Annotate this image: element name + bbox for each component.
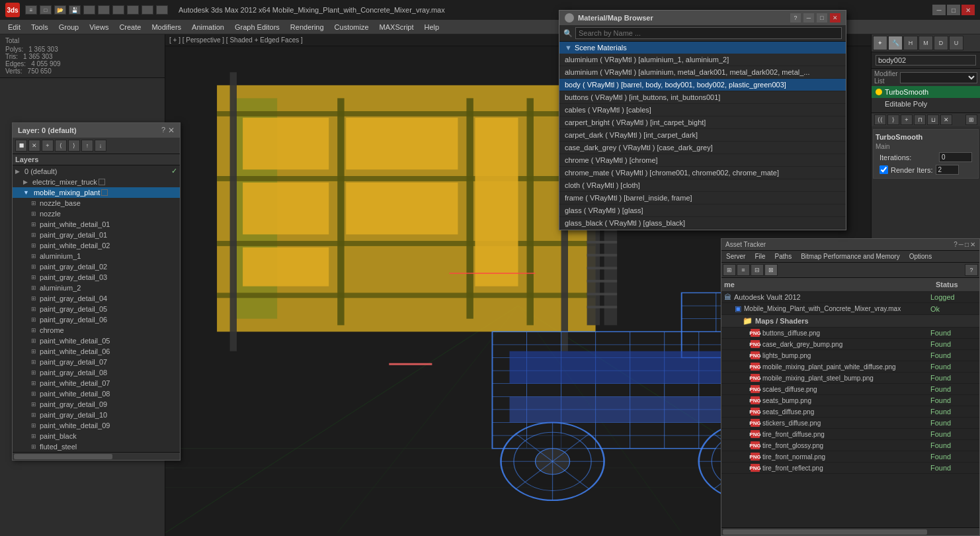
asset-row-png8[interactable]: PNG seats_diffuse.png Found (721, 406, 979, 418)
menu-modifiers[interactable]: Modifiers (146, 22, 186, 32)
layer-tool-4[interactable]: ⟨ (55, 140, 67, 152)
layer-tool-6[interactable]: ↑ (81, 140, 93, 152)
layer-item-pgd02[interactable]: ⊞ paint_gray_detail_02 (13, 261, 180, 272)
asset-menu-bitmap[interactable]: Bitmap Performance and Memory (797, 251, 904, 261)
render-iters-input[interactable] (936, 165, 959, 175)
asset-row-png12[interactable]: PNG tire_front_normal.png Found (721, 451, 979, 463)
menu-rendering[interactable]: Rendering (285, 22, 329, 32)
layer-item-pwd08[interactable]: ⊞ paint_white_detail_08 (13, 388, 180, 399)
tb2[interactable] (127, 5, 139, 15)
mod-nav-4[interactable]: ⊓ (914, 114, 926, 125)
display-tab[interactable]: D (934, 36, 948, 50)
asset-row-png5[interactable]: PNG mobile_mixing_plant_steel_bump.png F… (721, 373, 979, 384)
layer-tool-5[interactable]: ⟩ (68, 140, 80, 152)
layer-dialog-header[interactable]: Layer: 0 (default) ? ✕ (13, 123, 180, 138)
layer-tool-close[interactable]: ✕ (28, 140, 40, 152)
asset-row-png4[interactable]: PNG mobile_mixing_plant_paint_white_diff… (721, 361, 979, 373)
tb1[interactable] (112, 5, 124, 15)
mat-frame[interactable]: frame ( VRayMtl ) [barrel_inside, frame] (559, 192, 846, 204)
layer-item-pwd07[interactable]: ⊞ paint_white_detail_07 (13, 378, 180, 388)
asset-row-png10[interactable]: PNG tire_front_diffuse.png Found (721, 429, 979, 440)
mat-aluminium2[interactable]: aluminium ( VRayMtl ) [aluminium, metal_… (559, 66, 846, 79)
layer-tool-7[interactable]: ↓ (95, 140, 106, 152)
asset-menu-options[interactable]: Options (905, 251, 936, 261)
menu-edit[interactable]: Edit (3, 22, 26, 32)
render-iters-checkbox[interactable] (879, 165, 888, 174)
layer-item-pwd02[interactable]: ⊞ paint_white_detail_02 (13, 240, 180, 251)
layer-item-mobile[interactable]: ▼ mobile_mixing_plant (13, 187, 180, 198)
maximize-button[interactable]: □ (947, 5, 960, 15)
menu-animation[interactable]: Animation (186, 22, 229, 32)
layer-item-pwd09[interactable]: ⊞ paint_white_detail_09 (13, 420, 180, 431)
layer-item-pgd04[interactable]: ⊞ paint_gray_detail_04 (13, 293, 180, 304)
layers-scrollbar[interactable] (13, 452, 180, 460)
layer-item-nozzle[interactable]: ⊞ nozzle (13, 208, 180, 219)
modifier-editable-poly[interactable]: Editable Poly (872, 98, 980, 110)
layer-item-al1[interactable]: ⊞ aluminium_1 (13, 251, 180, 261)
mat-glass[interactable]: glass ( VRayMtl ) [glass] (559, 204, 846, 217)
object-name-input[interactable] (876, 55, 976, 66)
redo-icon[interactable] (98, 5, 110, 15)
asset-row-png13[interactable]: PNG tire_front_reflect.png Found (721, 463, 979, 474)
tb3[interactable] (142, 5, 153, 15)
utilities-tab[interactable]: U (949, 36, 963, 50)
save-icon[interactable]: 💾 (69, 5, 81, 15)
modifier-turbosmooth[interactable]: TurboSmooth (872, 86, 980, 98)
mat-buttons[interactable]: buttons ( VRayMtl ) [int_buttons, int_bu… (559, 91, 846, 104)
menu-icon[interactable]: ≡ (25, 5, 37, 15)
mat-body[interactable]: body ( VRayMtl ) [barrel, body, body001,… (559, 79, 846, 91)
asset-menu-server[interactable]: Server (722, 251, 749, 261)
layer-dialog-help[interactable]: ? (161, 126, 165, 135)
modify-tab[interactable]: 🔧 (888, 36, 903, 50)
mat-help-btn[interactable]: ? (790, 13, 801, 22)
asset-row-maxfile[interactable]: ▣ Mobile_Mixing_Plant_with_Concrete_Mixe… (721, 303, 979, 315)
menu-graph-editors[interactable]: Graph Editors (229, 22, 285, 32)
mat-carpet-dark[interactable]: carpet_dark ( VRayMtl ) [int_carpet_dark… (559, 129, 846, 142)
asset-row-png2[interactable]: PNG case_dark_grey_bump.png Found (721, 339, 979, 350)
layer-item-default[interactable]: ▶ 0 (default) ✓ (13, 165, 180, 177)
layer-item-pgd09[interactable]: ⊞ paint_gray_detail_09 (13, 399, 180, 410)
turbsmooth-header[interactable]: TurboSmooth (876, 132, 976, 142)
asset-row-png3[interactable]: PNG lights_bump.png Found (721, 350, 979, 361)
asset-row-png6[interactable]: PNG scales_diffuse.png Found (721, 384, 979, 395)
menu-views[interactable]: Views (84, 22, 114, 32)
undo-icon[interactable] (83, 5, 95, 15)
asset-tool-2[interactable]: ≡ (737, 264, 750, 276)
layer-item-pgd10[interactable]: ⊞ paint_gray_detail_10 (13, 410, 180, 420)
asset-row-vault[interactable]: 🏛 Autodesk Vault 2012 Logged (721, 292, 979, 303)
asset-row-folder[interactable]: 📁 Maps / Shaders (721, 315, 979, 328)
asset-row-png9[interactable]: PNG stickers_diffuse.png Found (721, 418, 979, 429)
layer-item-pwd05[interactable]: ⊞ paint_white_detail_05 (13, 335, 180, 346)
hierarchy-tab[interactable]: H (903, 36, 918, 50)
mat-chrome[interactable]: chrome ( VRayMtl ) [chrome] (559, 154, 846, 167)
layer-item-nozzle-base[interactable]: ⊞ nozzle_base (13, 198, 180, 208)
create-tab[interactable]: ✦ (873, 36, 887, 50)
asset-row-png7[interactable]: PNG seats_bump.png Found (721, 395, 979, 406)
mat-case-dark[interactable]: case_dark_grey ( VRayMtl ) [case_dark_gr… (559, 142, 846, 154)
close-button[interactable]: ✕ (961, 5, 975, 15)
modifier-object-name[interactable] (872, 52, 980, 69)
material-list[interactable]: aluminium ( VRayMtl ) [aluminium_1, alum… (559, 54, 846, 230)
mat-chrome-mate[interactable]: chrome_mate ( VRayMtl ) [chrome001, chro… (559, 167, 846, 179)
layer-item-pwd06[interactable]: ⊞ paint_white_detail_06 (13, 346, 180, 357)
asset-minimize-btn[interactable]: ─ (959, 241, 963, 248)
new-icon[interactable]: □ (40, 5, 52, 15)
asset-content[interactable]: 🏛 Autodesk Vault 2012 Logged ▣ Mobile_Mi… (721, 292, 979, 527)
mod-nav-3[interactable]: + (901, 114, 913, 125)
asset-close-btn[interactable]: ✕ (970, 241, 975, 248)
layer-dialog-close[interactable]: ✕ (168, 126, 175, 135)
asset-maximize-btn[interactable]: □ (965, 241, 969, 248)
mod-nav-5[interactable]: ⊔ (927, 114, 939, 125)
mat-cables[interactable]: cables ( VRayMtl ) [cables] (559, 104, 846, 116)
layers-content[interactable]: ▶ 0 (default) ✓ ▶ electric_mixer_truck ▼… (13, 165, 180, 452)
menu-help[interactable]: Help (419, 22, 445, 32)
mod-nav-2[interactable]: ⟩ (887, 114, 899, 125)
layer-item-al2[interactable]: ⊞ aluminium_2 (13, 283, 180, 293)
asset-row-png11[interactable]: PNG tire_front_glossy.png Found (721, 440, 979, 451)
layer-item-chrome[interactable]: ⊞ chrome (13, 325, 180, 335)
layer-item-pgd06[interactable]: ⊞ paint_gray_detail_06 (13, 314, 180, 325)
mat-carpet-bright[interactable]: carpert_bright ( VRayMtl ) [int_carpet_b… (559, 116, 846, 129)
tb4[interactable] (156, 5, 168, 15)
layer-item-paint-black[interactable]: ⊞ paint_black (13, 431, 180, 441)
layer-item-pwd01[interactable]: ⊞ paint_white_detail_01 (13, 219, 180, 230)
